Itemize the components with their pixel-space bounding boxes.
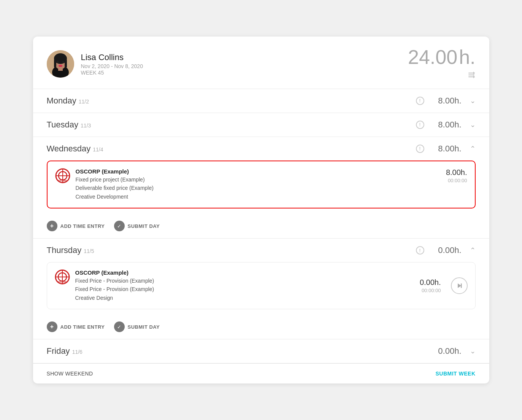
header: Lisa Collins Nov 2, 2020 - Nov 8, 2020 W… [33, 37, 489, 89]
wednesday-chevron-icon[interactable]: ⌃ [470, 145, 476, 153]
wednesday-hours: 8.00h. [431, 144, 462, 154]
svg-text:OSCORP: OSCORP [57, 281, 67, 283]
user-date: Nov 2, 2020 - Nov 8, 2020 [81, 63, 143, 69]
tuesday-header[interactable]: Tuesday11/3 ! 8.00h. ⌄ [33, 113, 489, 137]
wednesday-alert-icon[interactable]: ! [416, 145, 424, 153]
thursday-entry-project: Fixed Price - Provision (Example) [75, 277, 154, 285]
thursday-title: Thursday11/5 [47, 245, 94, 255]
monday-header-right: ! 8.00h. ⌄ [416, 96, 476, 106]
friday-section: Friday11/6 0.00h. ⌄ [33, 339, 489, 363]
thursday-add-icon: + [47, 321, 57, 332]
thursday-content: OSCORP OSCORP (Example) Fixed Price - Pr… [33, 262, 489, 321]
tuesday-hours: 8.00h. [431, 120, 462, 130]
thursday-submit-label: SUBMIT DAY [128, 324, 160, 330]
thursday-chevron-icon[interactable]: ⌃ [470, 246, 476, 255]
oscorp-logo: OSCORP [55, 168, 70, 183]
svg-point-10 [59, 65, 62, 66]
wednesday-title: Wednesday11/4 [47, 144, 103, 154]
wednesday-entry-time: 00:00:00 [433, 178, 467, 183]
tuesday-title: Tuesday11/3 [47, 120, 91, 130]
wednesday-entry-task: Creative Development [76, 192, 154, 201]
monday-header[interactable]: Monday11/2 ! 8.00h. ⌄ [33, 89, 489, 113]
thursday-entry-hours: 0.00h. [407, 278, 441, 287]
thursday-entry-task: Creative Design [75, 294, 154, 302]
header-left: Lisa Collins Nov 2, 2020 - Nov 8, 2020 W… [47, 50, 143, 78]
thursday-entry-deliverable: Fixed Price - Provision (Example) [75, 285, 154, 293]
thursday-entry-right: 0.00h. 00:00:00 [407, 278, 441, 293]
thursday-header-right: ! 0.00h. ⌃ [416, 245, 476, 255]
wednesday-content: OSCORP OSCORP (Example) Fixed price proj… [33, 161, 489, 221]
friday-title: Friday11/6 [47, 346, 83, 356]
thursday-section: Thursday11/5 ! 0.00h. ⌃ OSCORP [33, 239, 489, 339]
wednesday-header-right: ! 8.00h. ⌃ [416, 144, 476, 154]
oscorp-logo-thursday: OSCORP [55, 269, 70, 285]
submit-week-button[interactable]: SUBMIT WEEK [435, 371, 475, 377]
thursday-entry-company: OSCORP (Example) [75, 269, 154, 276]
thursday-entry-left: OSCORP OSCORP (Example) Fixed Price - Pr… [55, 269, 154, 302]
wednesday-submit-day-button[interactable]: ✓ SUBMIT DAY [114, 221, 160, 231]
wednesday-check-icon: ✓ [114, 221, 125, 231]
thursday-add-label: ADD TIME ENTRY [60, 324, 105, 330]
wednesday-entry-right: 8.00h. 00:00:00 [433, 168, 467, 183]
total-hours: 24.00 [408, 47, 457, 67]
wednesday-actions: + ADD TIME ENTRY ✓ SUBMIT DAY [33, 221, 489, 238]
wednesday-entry-hours: 8.00h. [433, 168, 467, 177]
thursday-entry-details: OSCORP (Example) Fixed Price - Provision… [75, 269, 154, 302]
wednesday-add-label: ADD TIME ENTRY [60, 223, 105, 229]
tuesday-alert-icon[interactable]: ! [416, 121, 424, 129]
monday-alert-icon[interactable]: ! [416, 97, 424, 105]
monday-title: Monday11/2 [47, 96, 89, 106]
thursday-add-time-button[interactable]: + ADD TIME ENTRY [47, 321, 105, 332]
tuesday-section: Tuesday11/3 ! 8.00h. ⌄ [33, 113, 489, 137]
wednesday-header[interactable]: Wednesday11/4 ! 8.00h. ⌃ [33, 137, 489, 161]
wednesday-entry-company: OSCORP (Example) [76, 168, 154, 175]
thursday-entry-right-group: 0.00h. 00:00:00 [407, 277, 468, 294]
thursday-entry-time: 00:00:00 [407, 288, 441, 293]
tuesday-chevron-icon[interactable]: ⌄ [470, 121, 476, 129]
timesheet-card: Lisa Collins Nov 2, 2020 - Nov 8, 2020 W… [33, 37, 489, 383]
footer: SHOW WEEKEND SUBMIT WEEK [33, 363, 489, 383]
friday-header[interactable]: Friday11/6 0.00h. ⌄ [33, 339, 489, 363]
wednesday-entry-deliverable: Deliverable fixed price (Example) [76, 184, 154, 192]
monday-chevron-icon[interactable]: ⌄ [470, 97, 476, 105]
svg-point-7 [57, 61, 59, 63]
svg-rect-6 [65, 59, 67, 68]
thursday-play-pause-button[interactable] [451, 277, 468, 294]
wednesday-entry-details: OSCORP (Example) Fixed price project (Ex… [76, 168, 154, 201]
friday-header-right: 0.00h. ⌄ [431, 346, 476, 356]
thursday-hours: 0.00h. [431, 245, 462, 255]
user-week: WEEK 45 [81, 70, 143, 76]
svg-marker-24 [458, 283, 461, 288]
friday-hours: 0.00h. [431, 346, 462, 356]
svg-text:OSCORP: OSCORP [58, 180, 67, 182]
user-info: Lisa Collins Nov 2, 2020 - Nov 8, 2020 W… [81, 52, 143, 76]
wednesday-entry-project: Fixed price project (Example) [76, 175, 154, 184]
wednesday-add-time-button[interactable]: + ADD TIME ENTRY [47, 221, 105, 231]
expand-all-button[interactable] [467, 71, 476, 81]
header-right: 24.00 h. [408, 47, 476, 81]
svg-rect-25 [461, 283, 462, 288]
thursday-actions: + ADD TIME ENTRY ✓ SUBMIT DAY [33, 321, 489, 339]
thursday-entry-card[interactable]: OSCORP OSCORP (Example) Fixed Price - Pr… [47, 262, 476, 309]
total-hours-unit: h. [459, 47, 475, 67]
monday-hours: 8.00h. [431, 96, 462, 106]
friday-chevron-icon[interactable]: ⌄ [470, 347, 476, 355]
thursday-alert-icon[interactable]: ! [416, 246, 424, 255]
thursday-header[interactable]: Thursday11/5 ! 0.00h. ⌃ [33, 239, 489, 262]
thursday-check-icon: ✓ [114, 321, 125, 332]
tuesday-header-right: ! 8.00h. ⌄ [416, 120, 476, 130]
wednesday-entry-card[interactable]: OSCORP OSCORP (Example) Fixed price proj… [47, 161, 476, 208]
wednesday-add-icon: + [47, 221, 57, 231]
svg-rect-5 [54, 59, 56, 68]
thursday-submit-day-button[interactable]: ✓ SUBMIT DAY [114, 321, 160, 332]
monday-section: Monday11/2 ! 8.00h. ⌄ [33, 89, 489, 113]
wednesday-submit-label: SUBMIT DAY [128, 223, 160, 229]
avatar [47, 50, 74, 78]
user-name: Lisa Collins [81, 52, 143, 62]
wednesday-entry-left: OSCORP OSCORP (Example) Fixed price proj… [55, 168, 154, 201]
wednesday-section: Wednesday11/4 ! 8.00h. ⌃ OSCORP [33, 137, 489, 239]
show-weekend-button[interactable]: SHOW WEEKEND [47, 371, 93, 377]
svg-point-8 [62, 61, 64, 63]
